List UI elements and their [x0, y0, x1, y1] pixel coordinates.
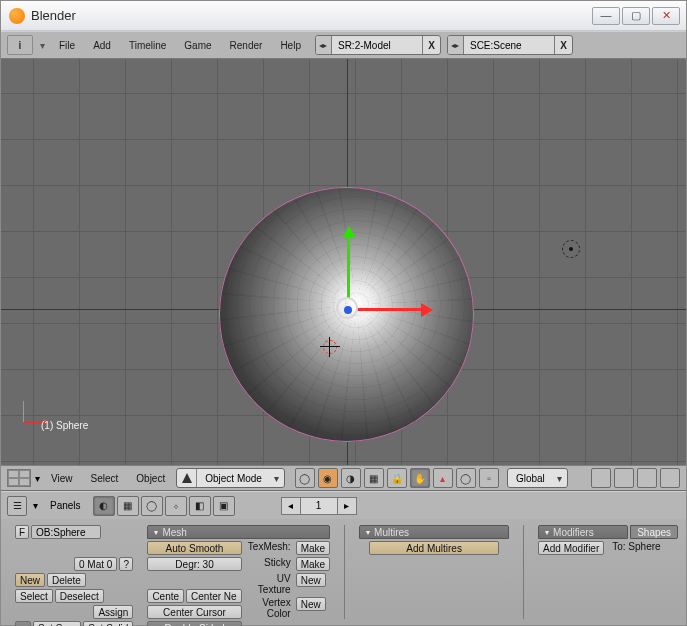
manip-pointer-icon[interactable]: ✋ — [410, 468, 430, 488]
manip-scale-icon[interactable]: ▫ — [479, 468, 499, 488]
mat-deselect-button[interactable]: Deselect — [55, 589, 104, 603]
scene-selector-dropdown-icon[interactable]: ◂▸ — [448, 36, 464, 54]
modifiers-panel: ▾Modifiers Shapes Add Modifier To: Spher… — [538, 525, 678, 555]
mode-selector[interactable]: Object Mode ▾ — [176, 468, 285, 488]
menu-help[interactable]: Help — [272, 38, 309, 53]
mat-delete-button[interactable]: Delete — [47, 573, 86, 587]
gizmo-center-dot[interactable] — [344, 306, 352, 314]
info-header: i ▾ File Add Timeline Game Render Help ◂… — [1, 31, 686, 59]
texmesh-make-button[interactable]: Make — [296, 541, 330, 555]
layers-icon[interactable]: ▦ — [364, 468, 384, 488]
orientation-selector[interactable]: Global ▾ — [507, 468, 568, 488]
context-logic-icon[interactable]: ◐ — [93, 496, 115, 516]
sticky-make-button[interactable]: Make — [296, 557, 330, 571]
panels-expand-icon[interactable]: ▾ — [33, 500, 38, 511]
set-solid-button[interactable]: Set Solid — [83, 621, 133, 626]
panels-label: Panels — [50, 500, 81, 511]
manip-rotate-icon[interactable]: ◯ — [456, 468, 476, 488]
menu-game[interactable]: Game — [176, 38, 219, 53]
mat-assign-button[interactable]: Assign — [93, 605, 133, 619]
menu-object[interactable]: Object — [129, 471, 172, 486]
chevron-down-icon: ▾ — [553, 473, 567, 484]
link-materials-panel: F OB:Sphere 0 Mat 0 ? New Delete Select … — [15, 525, 133, 626]
lock-icon[interactable]: 🔒 — [387, 468, 407, 488]
buttons-window-header: ☰ ▾ Panels ◐ ▦ ◯ ⬨ ◧ ▣ ◂ 1 ▸ — [1, 491, 686, 519]
screen-selector[interactable]: ◂▸ SR:2-Model X — [315, 35, 441, 55]
layer-btn-2[interactable] — [614, 468, 634, 488]
info-icon[interactable]: i — [7, 35, 33, 55]
gizmo-arrow-z[interactable] — [347, 231, 350, 299]
mesh-panel-header[interactable]: ▾Mesh — [147, 525, 330, 539]
layer-btn-1[interactable] — [591, 468, 611, 488]
gizmo-arrow-x[interactable] — [357, 308, 429, 311]
vgroup-color-swatch[interactable] — [15, 621, 31, 626]
add-multires-button[interactable]: Add Multires — [369, 541, 499, 555]
vertex-color-new-button[interactable]: New — [296, 597, 326, 611]
center-cursor-button[interactable]: Center Cursor — [147, 605, 241, 619]
add-modifier-button[interactable]: Add Modifier — [538, 541, 604, 555]
view-header-expand-icon[interactable]: ▾ — [35, 473, 40, 484]
lamp-object[interactable] — [562, 240, 580, 258]
mat-select-button[interactable]: Select — [15, 589, 53, 603]
sticky-label: Sticky — [244, 557, 294, 571]
center-new-button[interactable]: Center Ne — [186, 589, 242, 603]
multires-panel-header[interactable]: ▾Multires — [359, 525, 509, 539]
3d-cursor[interactable] — [320, 337, 340, 357]
collapse-triangle-icon: ▾ — [154, 528, 158, 537]
layer-btn-3[interactable] — [637, 468, 657, 488]
close-button[interactable]: ✕ — [652, 7, 680, 25]
maximize-button[interactable]: ▢ — [622, 7, 650, 25]
manip-translate-icon[interactable]: ▴ — [433, 468, 453, 488]
page-number[interactable]: 1 — [301, 497, 337, 515]
screen-selector-dropdown-icon[interactable]: ◂▸ — [316, 36, 332, 54]
menu-render[interactable]: Render — [222, 38, 271, 53]
context-scene-icon[interactable]: ▣ — [213, 496, 235, 516]
menu-timeline[interactable]: Timeline — [121, 38, 174, 53]
mesh-panel: ▾Mesh Auto Smooth Degr: 30 Cente Center … — [147, 525, 330, 626]
mat-new-button[interactable]: New — [15, 573, 45, 587]
multires-panel: ▾Multires Add Multires — [359, 525, 509, 555]
scene-selector-clear-icon[interactable]: X — [554, 36, 572, 54]
center-button[interactable]: Cente — [147, 589, 184, 603]
screen-selector-value[interactable]: SR:2-Model — [332, 40, 422, 51]
page-next-button[interactable]: ▸ — [337, 497, 357, 515]
menu-select[interactable]: Select — [84, 471, 126, 486]
link-f-button[interactable]: F — [15, 525, 29, 539]
shading-dropdown-icon[interactable]: ◯ — [295, 468, 315, 488]
context-editing-icon[interactable]: ◧ — [189, 496, 211, 516]
mat-count[interactable]: 0 Mat 0 — [74, 557, 117, 571]
object-name-field[interactable]: OB:Sphere — [31, 525, 101, 539]
degr-field[interactable]: Degr: 30 — [147, 557, 241, 571]
chevron-down-icon: ▾ — [270, 473, 284, 484]
scene-selector[interactable]: ◂▸ SCE:Scene X — [447, 35, 573, 55]
uv-new-button[interactable]: New — [296, 573, 326, 587]
header-menu-toggle-icon[interactable]: ▾ — [35, 35, 49, 55]
context-object-icon[interactable]: ⬨ — [165, 496, 187, 516]
page-prev-button[interactable]: ◂ — [281, 497, 301, 515]
editor-type-icon[interactable] — [7, 469, 31, 487]
minimize-button[interactable]: — — [592, 7, 620, 25]
layer-btn-4[interactable] — [660, 468, 680, 488]
buttons-panels: F OB:Sphere 0 Mat 0 ? New Delete Select … — [1, 519, 686, 625]
scene-selector-value[interactable]: SCE:Scene — [464, 40, 554, 51]
blender-app-icon — [9, 8, 25, 24]
auto-smooth-button[interactable]: Auto Smooth — [147, 541, 241, 555]
mat-help-button[interactable]: ? — [119, 557, 133, 571]
screen-selector-clear-icon[interactable]: X — [422, 36, 440, 54]
editor-type-buttons-icon[interactable]: ☰ — [7, 496, 27, 516]
set-smooth-button[interactable]: Set Smo — [33, 621, 81, 626]
context-script-icon[interactable]: ▦ — [117, 496, 139, 516]
menu-view[interactable]: View — [44, 471, 80, 486]
proportional-edit-icon[interactable]: ◑ — [341, 468, 361, 488]
context-shading-icon[interactable]: ◯ — [141, 496, 163, 516]
shapes-tab[interactable]: Shapes — [630, 525, 678, 539]
double-sided-toggle[interactable]: Double Sided — [147, 621, 241, 626]
menu-file[interactable]: File — [51, 38, 83, 53]
modifier-target-label: To: Sphere — [606, 541, 660, 555]
modifiers-panel-header[interactable]: ▾Modifiers — [538, 525, 628, 539]
pivot-dropdown-icon[interactable]: ◉ — [318, 468, 338, 488]
menu-add[interactable]: Add — [85, 38, 119, 53]
3d-viewport[interactable]: x (1) Sphere — [1, 59, 686, 465]
texmesh-label: TexMesh: — [244, 541, 294, 555]
orientation-label: Global — [508, 473, 553, 484]
